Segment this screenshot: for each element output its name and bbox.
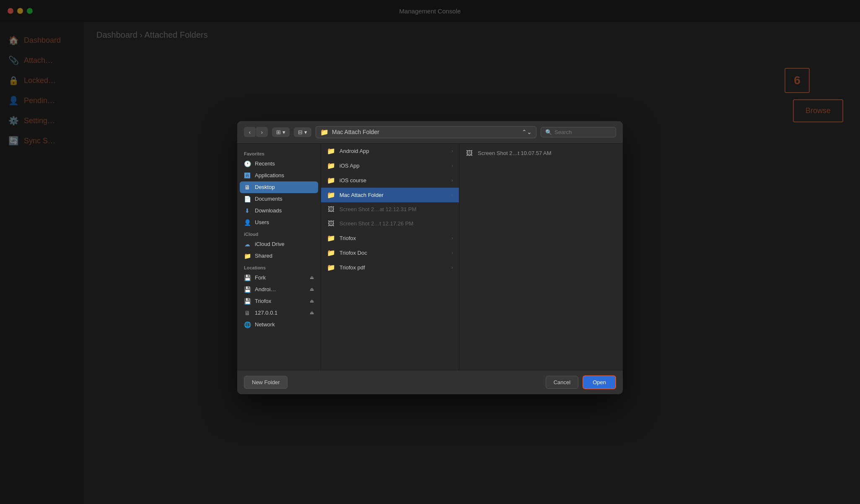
drive-android-icon: 💾 [244, 286, 251, 293]
downloads-icon: ⬇ [244, 207, 251, 214]
image-screenshot1-icon: 🖼 [327, 206, 335, 213]
dialog-body: Favorites 🕐 Recents 🅰 Applications 🖥 Des… [237, 144, 623, 370]
folder-triofox-icon: 📁 [327, 234, 335, 242]
eject-android-button[interactable]: ⏏ [310, 287, 314, 292]
chevron-ios-course-icon: › [451, 178, 453, 183]
search-box: 🔍 [541, 127, 616, 137]
search-input[interactable] [554, 129, 611, 135]
sidebar-item-fork[interactable]: 💾 Fork ⏏ [237, 272, 321, 284]
drive-triofox-icon: 💾 [244, 298, 251, 305]
list-item-triofox-pdf[interactable]: 📁 Triofox pdf › [321, 260, 459, 275]
sidebar-item-downloads[interactable]: ⬇ Downloads [237, 205, 321, 217]
new-folder-button[interactable]: New Folder [244, 376, 288, 389]
dialog-footer: New Folder Cancel Open [237, 370, 623, 394]
sidebar-item-shared[interactable]: 📁 Shared [237, 250, 321, 262]
columns-chevron-icon: ▾ [282, 129, 285, 135]
sidebar-label-downloads: Downloads [255, 207, 282, 214]
preview-panel: 🖼 Screen Shot 2…t 10.07.57 AM [459, 144, 623, 370]
drive-fork-icon: 💾 [244, 274, 251, 281]
columns-icon: ⊞ [276, 129, 281, 135]
recents-icon: 🕐 [244, 160, 251, 167]
applications-icon: 🅰 [244, 172, 251, 179]
preview-label: Screen Shot 2…t 10.07.57 AM [478, 150, 552, 156]
search-icon: 🔍 [545, 129, 552, 135]
network-icon: 🌐 [244, 321, 251, 328]
file-label-triofox-pdf: Triofox pdf [339, 264, 365, 271]
sidebar-item-recents[interactable]: 🕐 Recents [237, 158, 321, 170]
sidebar-label-network: Network [255, 321, 275, 328]
footer-right: Cancel Open [546, 375, 616, 389]
location-label: Mac Attach Folder [332, 129, 379, 135]
location-chevron-icon: ⌃⌄ [522, 129, 532, 135]
folder-ios-course-icon: 📁 [327, 176, 335, 184]
sidebar-item-triofox[interactable]: 💾 Triofox ⏏ [237, 295, 321, 307]
folder-android-app-icon: 📁 [327, 147, 335, 155]
file-label-screenshot-2: Screen Shot 2…t 12.17.26 PM [339, 220, 413, 227]
dialog-toolbar: ‹ › ⊞ ▾ ⊟ ▾ 📁 Mac Attach Folder ⌃⌄ 🔍 [237, 121, 623, 144]
image-screenshot2-icon: 🖼 [327, 220, 335, 227]
sidebar-label-documents: Documents [255, 196, 282, 202]
sidebar-label-recents: Recents [255, 160, 275, 167]
nav-button-group: ‹ › [244, 127, 268, 137]
list-item-mac-attach[interactable]: 📁 Mac Attach Folder › [321, 188, 459, 202]
sidebar-label-desktop: Desktop [255, 184, 275, 190]
list-item-screenshot-2[interactable]: 🖼 Screen Shot 2…t 12.17.26 PM [321, 217, 459, 231]
chevron-triofox-doc-icon: › [451, 250, 453, 255]
list-item-screenshot-1[interactable]: 🖼 Screen Shot 2…at 12.12.31 PM [321, 202, 459, 217]
forward-button[interactable]: › [256, 127, 268, 137]
icloud-drive-icon: ☁ [244, 241, 251, 248]
users-icon: 👤 [244, 219, 251, 226]
file-label-triofox: Triofox [339, 235, 356, 241]
sidebar-label-fork: Fork [255, 274, 266, 281]
sidebar-item-localhost[interactable]: 🖥 127.0.0.1 ⏏ [237, 307, 321, 319]
sidebar-label-localhost: 127.0.0.1 [255, 310, 277, 316]
monitor-icon: 🖥 [244, 310, 251, 316]
sidebar-item-android[interactable]: 💾 Androi… ⏏ [237, 284, 321, 295]
chevron-triofox-pdf-icon: › [451, 265, 453, 270]
sidebar-item-network[interactable]: 🌐 Network [237, 319, 321, 331]
file-label-screenshot-1: Screen Shot 2…at 12.12.31 PM [339, 206, 417, 212]
view-grid-button[interactable]: ⊟ ▾ [294, 127, 311, 137]
documents-icon: 📄 [244, 196, 251, 202]
eject-fork-button[interactable]: ⏏ [310, 275, 314, 280]
location-picker[interactable]: 📁 Mac Attach Folder ⌃⌄ [316, 126, 536, 138]
file-sidebar: Favorites 🕐 Recents 🅰 Applications 🖥 Des… [237, 144, 321, 370]
grid-chevron-icon: ▾ [304, 129, 307, 135]
chevron-mac-attach-icon: › [451, 192, 453, 197]
file-picker-dialog: ‹ › ⊞ ▾ ⊟ ▾ 📁 Mac Attach Folder ⌃⌄ 🔍 Fav… [237, 121, 623, 394]
list-item-ios-course[interactable]: 📁 iOS course › [321, 173, 459, 188]
eject-triofox-button[interactable]: ⏏ [310, 298, 314, 304]
chevron-ios-app-icon: › [451, 163, 453, 168]
list-item-ios-app[interactable]: 📁 iOS App › [321, 158, 459, 173]
sidebar-item-desktop[interactable]: 🖥 Desktop [240, 181, 318, 193]
sidebar-item-documents[interactable]: 📄 Documents [237, 193, 321, 205]
view-columns-button[interactable]: ⊞ ▾ [272, 127, 290, 137]
folder-ios-app-icon: 📁 [327, 162, 335, 170]
back-button[interactable]: ‹ [244, 127, 256, 137]
list-item-triofox-doc[interactable]: 📁 Triofox Doc › [321, 246, 459, 260]
file-label-mac-attach: Mac Attach Folder [339, 192, 383, 198]
cancel-button[interactable]: Cancel [546, 376, 578, 389]
list-item-android-app[interactable]: 📁 Android App › [321, 144, 459, 158]
list-item-triofox[interactable]: 📁 Triofox › [321, 231, 459, 246]
sidebar-label-applications: Applications [255, 172, 284, 178]
sidebar-label-triofox: Triofox [255, 298, 271, 304]
folder-triofox-pdf-icon: 📁 [327, 264, 335, 271]
shared-icon: 📁 [244, 253, 251, 259]
open-button[interactable]: Open [583, 375, 616, 389]
sidebar-item-applications[interactable]: 🅰 Applications [237, 170, 321, 181]
sidebar-item-users[interactable]: 👤 Users [237, 217, 321, 228]
file-label-android-app: Android App [339, 148, 369, 154]
file-label-ios-app: iOS App [339, 163, 360, 169]
folder-mac-attach-icon: 📁 [327, 191, 335, 199]
eject-localhost-button[interactable]: ⏏ [310, 310, 314, 315]
file-label-ios-course: iOS course [339, 177, 366, 184]
file-list-panel: 📁 Android App › 📁 iOS App › 📁 iOS course… [321, 144, 459, 370]
chevron-triofox-icon: › [451, 235, 453, 240]
icloud-section-header: iCloud [237, 228, 321, 238]
location-folder-icon: 📁 [320, 128, 329, 136]
preview-image-icon: 🖼 [465, 150, 474, 157]
desktop-icon: 🖥 [244, 184, 251, 191]
sidebar-label-icloud-drive: iCloud Drive [255, 241, 285, 247]
sidebar-item-icloud-drive[interactable]: ☁ iCloud Drive [237, 238, 321, 250]
